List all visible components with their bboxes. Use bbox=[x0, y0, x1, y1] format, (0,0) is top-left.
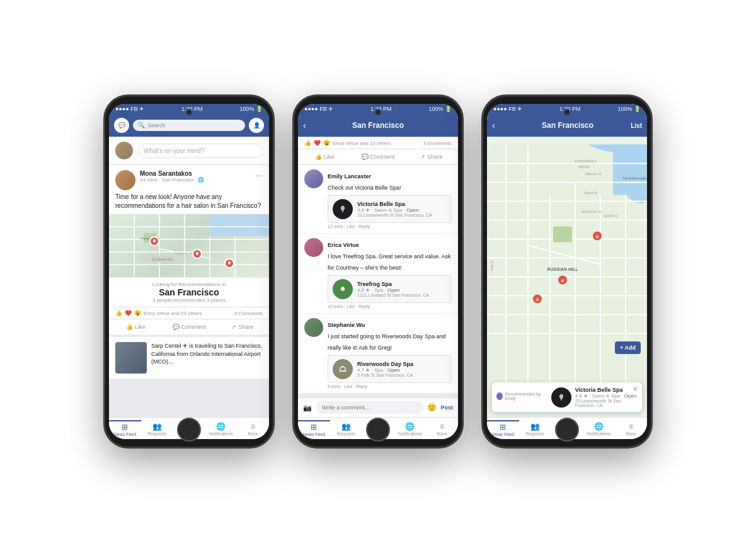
map-pin-2 bbox=[192, 249, 202, 259]
treefrog-logo bbox=[333, 279, 353, 299]
popup-biz-type: Salon & Spa bbox=[592, 393, 620, 399]
post-more-icon[interactable]: ··· bbox=[255, 170, 263, 180]
people-icon[interactable]: 👤 bbox=[249, 118, 264, 133]
map-streets-svg: RUSSIAN HILL Russian Hill Park LOMBARD S… bbox=[109, 214, 269, 277]
svg-text:The Embarcadero: The Embarcadero bbox=[622, 176, 647, 180]
riverwoods-logo bbox=[333, 359, 353, 379]
emoji-icon[interactable]: 🙂 bbox=[427, 403, 437, 412]
map-popup: ✕ ​ Recommended by Emily Victoria Belle … bbox=[492, 382, 642, 412]
messenger-icon[interactable]: 💬 bbox=[114, 118, 129, 133]
status-left-2: ●●●● FB ✈ bbox=[304, 106, 333, 112]
comment-btn-1[interactable]: 💬 Comment bbox=[163, 322, 216, 332]
back-button-3[interactable]: ‹ bbox=[492, 120, 505, 130]
comments-count-1: 3 Comments bbox=[234, 311, 263, 316]
comments-screen: 👍 ❤️ 😮 Erica Virtue and 23 others 3 Comm… bbox=[298, 137, 458, 417]
map-bg-1: RUSSIAN HILL Russian Hill Park LOMBARD S… bbox=[109, 214, 269, 277]
search-bar[interactable]: 🔍 Search bbox=[133, 120, 245, 131]
victoria-status: Open bbox=[406, 207, 419, 213]
nav-notif-label-3: Notifications bbox=[587, 432, 611, 436]
like-btn-1[interactable]: 👍 Like bbox=[109, 322, 163, 332]
screen-content-1: What's on your mind? Mona Sarantakos 14 … bbox=[109, 137, 269, 417]
like-btn-2[interactable]: 👍 Like bbox=[298, 152, 352, 162]
action-bar-2: 👍 Like 💬 Comment ↗ Share bbox=[298, 149, 458, 164]
victoria-rating: 4.8 ★ bbox=[357, 207, 370, 213]
comment-label-1: Comment bbox=[181, 324, 206, 330]
svg-text:FISHERMAN'S: FISHERMAN'S bbox=[575, 159, 597, 163]
fb-navbar-1: 💬 🔍 Search 👤 bbox=[109, 114, 269, 137]
nav-videos-1[interactable]: ▶ Videos bbox=[173, 420, 205, 438]
like-reaction-icon: 👍 bbox=[115, 310, 122, 316]
comment-item-1: Emily Lancaster Check out Victoria Belle… bbox=[298, 165, 458, 234]
post-time-1: 14 mins · San Francisco · 🌐 bbox=[140, 177, 251, 183]
popup-biz-rating: 4.8 ★ bbox=[575, 393, 588, 399]
comment-input-field[interactable] bbox=[316, 401, 423, 414]
sarp-avatar bbox=[115, 342, 147, 374]
nav-more-2[interactable]: ≡ More bbox=[426, 420, 458, 438]
search-icon: 🔍 bbox=[138, 122, 145, 129]
share-icon-2: ↗ bbox=[420, 154, 425, 160]
nav-notif-label-2: Notifications bbox=[398, 432, 422, 436]
travel-text: Sarp Centel ✈ is traveling to San Franci… bbox=[151, 342, 263, 366]
treefrog-address: 1111 Lombard St San Francisco, CA bbox=[357, 293, 447, 297]
comment-label-2: Comment bbox=[370, 154, 395, 160]
nav-news-feed-1[interactable]: ⊞ News Feed bbox=[109, 420, 141, 438]
popup-biz-name: Victoria Belle Spa bbox=[575, 387, 638, 393]
comment-btn-2[interactable]: 💬 Comment bbox=[352, 152, 405, 162]
requests-icon-3: 👥 bbox=[530, 422, 540, 431]
svg-rect-34 bbox=[553, 227, 572, 243]
svg-text:NORTH: NORTH bbox=[604, 214, 617, 218]
reactions-text-1: Erica Virtue and 23 others bbox=[144, 311, 232, 316]
svg-text:⊕: ⊕ bbox=[595, 234, 599, 239]
nav-videos-2[interactable]: ▶ Videos bbox=[362, 420, 394, 438]
svg-text:⊕: ⊕ bbox=[561, 278, 564, 283]
nav-notifications-2[interactable]: 🌐 Notifications bbox=[394, 420, 426, 438]
victoria-logo bbox=[333, 199, 353, 219]
post-button[interactable]: Post bbox=[440, 404, 453, 411]
nav-notifications-3[interactable]: 🌐 Notifications bbox=[583, 420, 615, 438]
popup-biz-info: Victoria Belle Spa 4.8 ★ · Salon & Spa ·… bbox=[575, 387, 638, 408]
share-icon-1: ↗ bbox=[231, 324, 236, 330]
post-meta-1: Mona Sarantakos 14 mins · San Francisco … bbox=[140, 170, 251, 183]
nav-more-3[interactable]: ≡ More bbox=[615, 420, 647, 438]
back-button-2[interactable]: ‹ bbox=[303, 120, 316, 130]
nav-news-feed-2[interactable]: ⊞ News Feed bbox=[298, 420, 330, 438]
comment-item-3: Stephanie Wu I just started going to Riv… bbox=[298, 314, 458, 394]
share-btn-1[interactable]: ↗ Share bbox=[215, 322, 269, 332]
nav-news-feed-3[interactable]: ⊞ News Feed bbox=[487, 420, 519, 438]
nav-notifications-1[interactable]: 🌐 Notifications bbox=[205, 420, 237, 438]
riverwoods-info: Riverwoods Day Spa 4.7 ★ · Spa · Open 5 … bbox=[357, 361, 447, 377]
erica-comment-content: Erica Virtue I love Treefrog Spa. Great … bbox=[328, 238, 452, 309]
biz-card-victoria[interactable]: Victoria Belle Spa 4.8 ★ · Salon & Spa ·… bbox=[328, 195, 452, 223]
list-button[interactable]: List bbox=[631, 122, 642, 129]
reactions-text-2: Erica Virtue and 23 others bbox=[333, 140, 421, 146]
nav-requests-1[interactable]: 👥 Requests bbox=[141, 420, 173, 438]
reactions-bar-2: 👍 ❤️ 😮 Erica Virtue and 23 others 3 Comm… bbox=[298, 137, 458, 149]
travel-post: Sarp Centel ✈ is traveling to San Franci… bbox=[109, 337, 269, 379]
treefrog-info: Treefrog Spa 4.6 ★ · Spa · Open 1111 Lom… bbox=[357, 281, 447, 297]
notif-icon-2: 🌐 bbox=[405, 422, 415, 431]
wow-reaction-icon-2: 😮 bbox=[323, 140, 330, 146]
add-button[interactable]: + Add bbox=[615, 341, 641, 354]
popup-victoria-logo bbox=[551, 387, 571, 408]
svg-text:North Point St: North Point St bbox=[581, 210, 602, 214]
composer-input[interactable]: What's on your mind? bbox=[138, 144, 263, 158]
biz-card-riverwoods[interactable]: Riverwoods Day Spa 4.7 ★ · Spa · Open 5 … bbox=[328, 355, 452, 383]
nav-notif-label-1: Notifications bbox=[209, 432, 233, 436]
status-right-3: 100% 🔋 bbox=[617, 106, 641, 112]
map-recommend-count: 3 people recommended 3 places bbox=[115, 297, 263, 303]
svg-rect-0 bbox=[210, 214, 269, 236]
status-time-3: 1:20 PM bbox=[559, 106, 581, 112]
post-header-1: Mona Sarantakos 14 mins · San Francisco … bbox=[109, 165, 269, 193]
share-btn-2[interactable]: ↗ Share bbox=[404, 152, 458, 162]
comments-count-2: 3 Comments bbox=[423, 140, 452, 146]
mona-avatar bbox=[115, 170, 135, 190]
nav-requests-2[interactable]: 👥 Requests bbox=[330, 420, 362, 438]
biz-card-treefrog[interactable]: Treefrog Spa 4.6 ★ · Spa · Open 1111 Lom… bbox=[328, 275, 452, 303]
popup-close-icon[interactable]: ✕ bbox=[633, 386, 638, 392]
camera-icon[interactable]: 📷 bbox=[303, 404, 312, 412]
post-text-1: Time for a new look! Anyone have any rec… bbox=[109, 193, 269, 214]
comment-item-2: Erica Virtue I love Treefrog Spa. Great … bbox=[298, 234, 458, 314]
nav-more-1[interactable]: ≡ More bbox=[237, 420, 269, 438]
nav-videos-3[interactable]: ▶ Videos bbox=[551, 420, 583, 438]
nav-requests-3[interactable]: 👥 Requests bbox=[519, 420, 551, 438]
